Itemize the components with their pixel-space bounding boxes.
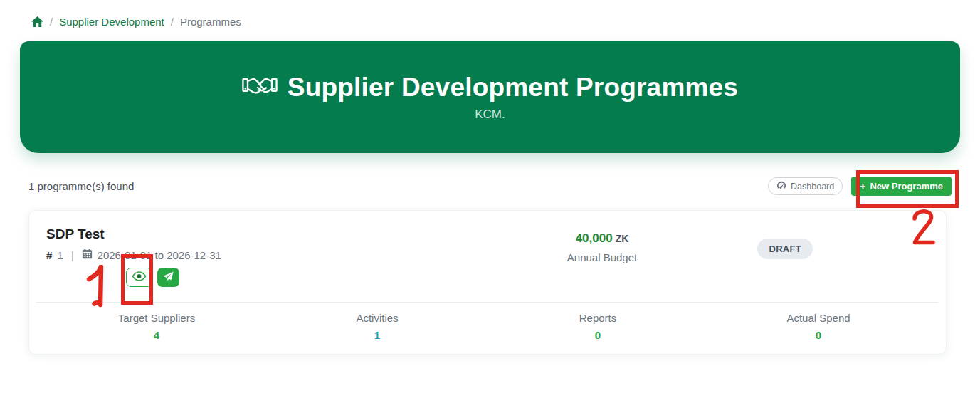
dashboard-button-label: Dashboard bbox=[791, 182, 834, 192]
status-badge: DRAFT bbox=[757, 239, 813, 259]
programme-actions bbox=[126, 268, 929, 287]
budget-label: Annual Budget bbox=[520, 251, 684, 263]
stat-value: 0 bbox=[708, 329, 929, 341]
breadcrumb-separator: / bbox=[171, 16, 174, 28]
stat-activities: Activities 1 bbox=[267, 312, 488, 341]
handshake-icon bbox=[242, 74, 278, 101]
programme-stats: Target Suppliers 4 Activities 1 Reports … bbox=[46, 312, 929, 341]
breadcrumb-separator: / bbox=[50, 16, 53, 28]
programme-card: SDP Test # 1 | 2026-01-01 to 2026-12-31 bbox=[28, 210, 947, 355]
calendar-icon bbox=[82, 249, 93, 261]
meta-divider: | bbox=[71, 249, 74, 261]
new-programme-button-label: New Programme bbox=[870, 181, 943, 192]
annual-budget: 40,000ZK Annual Budget bbox=[520, 231, 684, 263]
stat-label: Reports bbox=[488, 312, 708, 324]
stat-value: 1 bbox=[267, 329, 488, 341]
page: / Supplier Development / Programmes bbox=[0, 0, 980, 408]
card-divider bbox=[36, 302, 939, 303]
plus-icon: + bbox=[860, 182, 865, 192]
dashboard-button[interactable]: Dashboard bbox=[768, 177, 843, 195]
programme-number: 1 bbox=[57, 249, 63, 261]
gauge-icon bbox=[776, 181, 786, 192]
eye-icon bbox=[132, 271, 147, 283]
view-programme-button[interactable] bbox=[126, 268, 152, 287]
budget-currency: ZK bbox=[616, 233, 629, 244]
send-programme-button[interactable] bbox=[157, 268, 179, 287]
stat-target-suppliers: Target Suppliers 4 bbox=[46, 312, 267, 341]
stat-value: 4 bbox=[46, 329, 267, 341]
breadcrumb: / Supplier Development / Programmes bbox=[31, 16, 241, 28]
stat-label: Actual Spend bbox=[708, 312, 929, 324]
results-count: 1 programme(s) found bbox=[28, 180, 134, 192]
page-banner: Supplier Development Programmes KCM. bbox=[20, 41, 960, 153]
budget-amount: 40,000 bbox=[576, 231, 613, 245]
paper-plane-icon bbox=[163, 271, 174, 284]
stat-actual-spend: Actual Spend 0 bbox=[708, 312, 929, 341]
new-programme-button[interactable]: + New Programme bbox=[851, 177, 952, 196]
page-title: Supplier Development Programmes bbox=[288, 73, 738, 103]
page-subtitle: KCM. bbox=[475, 108, 505, 122]
stat-value: 0 bbox=[488, 329, 708, 341]
programme-date-range: 2026-01-01 to 2026-12-31 bbox=[98, 249, 221, 261]
stat-label: Activities bbox=[267, 312, 488, 324]
toolbar: 1 programme(s) found Dashboard + New Pro… bbox=[28, 177, 952, 196]
home-icon[interactable] bbox=[31, 16, 43, 27]
hash-icon: # bbox=[46, 249, 52, 261]
stat-label: Target Suppliers bbox=[46, 312, 267, 324]
stat-reports: Reports 0 bbox=[488, 312, 708, 341]
breadcrumb-item-supplier-development[interactable]: Supplier Development bbox=[59, 16, 164, 28]
breadcrumb-item-programmes: Programmes bbox=[180, 16, 241, 28]
